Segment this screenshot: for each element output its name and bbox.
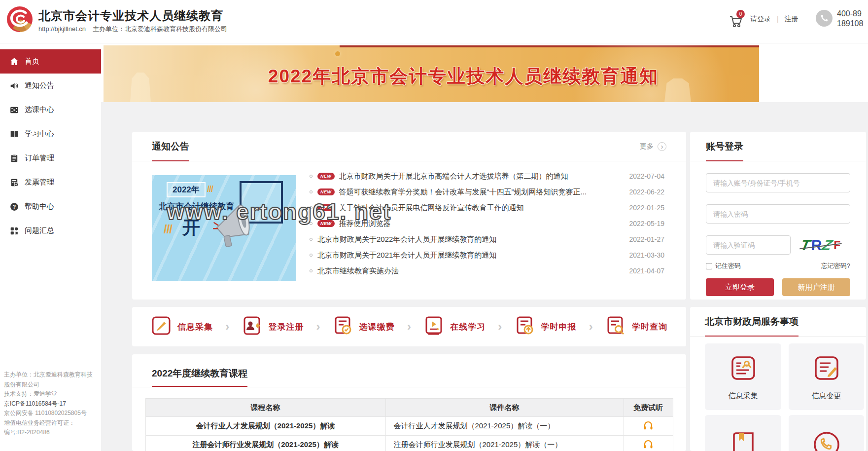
sidebar-item-label: 通知公告 [25, 81, 54, 90]
new-user-register-button[interactable]: 新用户注册 [782, 278, 850, 296]
hotline-line1: 400-89 [837, 9, 868, 19]
remember-label: 记住密码 [715, 262, 741, 270]
captcha-input[interactable] [706, 235, 791, 255]
password-input[interactable] [706, 204, 850, 224]
notice-item-title: 北京市继续教育实施办法 [317, 266, 620, 276]
course-pay-icon [333, 315, 353, 338]
notice-item[interactable]: 北京市财政局关于2022年会计人员开展继续教育的通知 2022-01-27 [310, 231, 664, 247]
service-tile-label: 信息采集 [729, 391, 758, 401]
promo-year: 2022年 [167, 182, 206, 197]
notice-item-date: 2022-05-19 [629, 220, 664, 227]
step-declare[interactable]: 学时申报 [515, 315, 577, 338]
notice-item[interactable]: 北京市继续教育实施办法 2021-04-07 [310, 263, 664, 279]
headphone-icon[interactable] [643, 443, 654, 451]
login-title: 账号登录 [706, 140, 743, 153]
course-name-cell[interactable]: 会计行业人才发展规划（2021-2025）解读 [145, 417, 385, 436]
remember-checkbox[interactable] [706, 263, 712, 269]
sidebar-item-notices[interactable]: 通知公告 [0, 74, 101, 98]
services-title: 北京市财政局服务事项 [705, 315, 799, 328]
footer-line: 股份有限公司 [4, 380, 98, 390]
step-label: 登录注册 [268, 321, 304, 333]
sidebar-item-label: 订单管理 [25, 153, 54, 163]
hero-banner[interactable]: 2022年北京市会计专业技术人员继续教育通知 [104, 45, 759, 102]
notice-section: 通知公告 更多 › /// 2022年 北京市会计继续教育 /// 开 NEW … [132, 132, 686, 300]
svg-text:?: ? [13, 204, 16, 210]
forgot-password-link[interactable]: 忘记密码? [821, 262, 850, 270]
notice-item-title: 北京市财政局关于开展北京市高端会计人才选拔培养（第二期）的通知 [339, 172, 621, 181]
remember-row: 记住密码 忘记密码? [706, 262, 850, 270]
info-collect-icon [151, 315, 172, 338]
sidebar-item-label: 首页 [25, 57, 39, 66]
column-header-listen: 免费试听 [624, 399, 673, 417]
course-name-cell[interactable]: 注册会计师行业发展规划（2021-2025）解读 [145, 436, 385, 451]
cart-count-badge: 0 [736, 10, 745, 18]
bullet-icon [310, 238, 312, 241]
step-label: 选课缴费 [359, 321, 395, 333]
notice-header: 通知公告 更多 › [132, 132, 686, 161]
table-row: 会计行业人才发展规划（2021-2025）解读 会计行业人才发展规划（2021-… [145, 417, 673, 436]
sidebar-item-help[interactable]: ? 帮助中心 [0, 194, 101, 219]
service-tile-handbook[interactable] [705, 415, 781, 451]
sidebar-item-home[interactable]: 首页 [0, 49, 101, 74]
notice-item[interactable]: 北京市财政局关于2021年会计人员开展继续教育的通知 2021-03-30 [310, 247, 664, 263]
step-label: 学时申报 [541, 321, 577, 333]
online-study-icon [423, 315, 444, 338]
notice-item[interactable]: NEW 北京市财政局关于开展北京市高端会计人才选拔培养（第二期）的通知 2022… [310, 168, 664, 184]
login-button[interactable]: 立即登录 [706, 278, 774, 296]
step-study[interactable]: 在线学习 [423, 315, 486, 338]
sidebar-item-label: 问题汇总 [25, 226, 54, 235]
new-badge: NEW [317, 188, 335, 195]
site-sponsor: 主办单位：北京爱迪科森教育科技股份有限公司 [93, 25, 227, 33]
captcha-image[interactable]: T R Z F [797, 236, 846, 255]
hours-declare-icon [515, 315, 535, 338]
chevron-right-icon: › [498, 320, 502, 334]
sidebar-item-study-center[interactable]: 学习中心 [0, 122, 101, 146]
footer-line: 编号:B2-2020486 [4, 428, 98, 438]
book-icon [10, 130, 19, 139]
site-logo-icon [6, 6, 34, 36]
notice-item[interactable]: NEW 推荐使用浏览器 2022-05-19 [310, 216, 664, 231]
site-url: http://bjkjlllnet.cn [38, 25, 86, 33]
sidebar-item-faq[interactable]: 问题汇总 [0, 219, 101, 243]
notice-item-title: 北京市财政局关于2021年会计人员开展继续教育的通知 [317, 251, 620, 260]
sidebar-item-label: 选课中心 [25, 105, 54, 114]
promo-slashes: /// [207, 184, 213, 194]
headphone-icon[interactable] [643, 424, 654, 432]
notice-list: NEW 北京市财政局关于开展北京市高端会计人才选拔培养（第二期）的通知 2022… [310, 168, 664, 279]
step-pay[interactable]: 选课缴费 [333, 315, 395, 338]
notice-item-date: 2022-06-22 [629, 188, 664, 196]
clipboard-icon [10, 154, 19, 163]
account-input[interactable] [706, 173, 850, 192]
chevron-right-icon: › [658, 142, 666, 151]
step-register[interactable]: 登录注册 [242, 315, 304, 338]
help-icon: ? [10, 202, 19, 211]
register-icon [242, 315, 262, 338]
link-separator: | [777, 15, 779, 23]
top-header: 北京市会计专业技术人员继续教育 http://bjkjlllnet.cn主办单位… [0, 0, 868, 43]
speaker-icon [10, 81, 19, 90]
remember-group: 记住密码 [706, 262, 741, 270]
sidebar-item-invoices[interactable]: 发票管理 [0, 170, 101, 194]
register-link[interactable]: 注册 [785, 15, 799, 23]
promo-slashes: /// [164, 223, 172, 236]
courseware-name-cell[interactable]: 注册会计师行业发展规划（2021-2025）解读（一） [385, 436, 624, 451]
sidebar-item-orders[interactable]: 订单管理 [0, 146, 101, 170]
notice-item-date: 2021-04-07 [629, 267, 664, 275]
sidebar-item-course-center[interactable]: 选课中心 [0, 98, 101, 122]
step-query[interactable]: 学时查询 [605, 315, 667, 338]
chevron-right-icon: › [316, 320, 320, 334]
chevron-right-icon: › [589, 320, 593, 334]
notice-more-link[interactable]: 更多 › [640, 142, 666, 151]
bullet-icon [310, 222, 312, 225]
notice-item[interactable]: NEW 答题可获继续教育学分奖励！会计改革与发展“十四五”规划网络知识竞赛正..… [310, 184, 664, 200]
courses-header: 2022年度继续教育课程 [132, 354, 686, 387]
service-tile-info-collect[interactable]: 信息采集 [705, 343, 781, 410]
courseware-name-cell[interactable]: 会计行业人才发展规划（2021-2025）解读（一） [385, 417, 624, 436]
notice-promo-image[interactable]: /// 2022年 北京市会计继续教育 /// 开 [152, 175, 296, 281]
step-info-collect[interactable]: 信息采集 [151, 315, 213, 338]
service-tile-hotline[interactable] [789, 415, 864, 451]
login-link[interactable]: 请登录 [750, 15, 771, 23]
service-tile-info-change[interactable]: 信息变更 [789, 343, 864, 410]
new-badge: NEW [317, 220, 335, 227]
notice-item[interactable]: NEW 关于针对会计人员开展电信网络反诈宣传教育工作的通知 2022-01-25 [310, 200, 664, 216]
